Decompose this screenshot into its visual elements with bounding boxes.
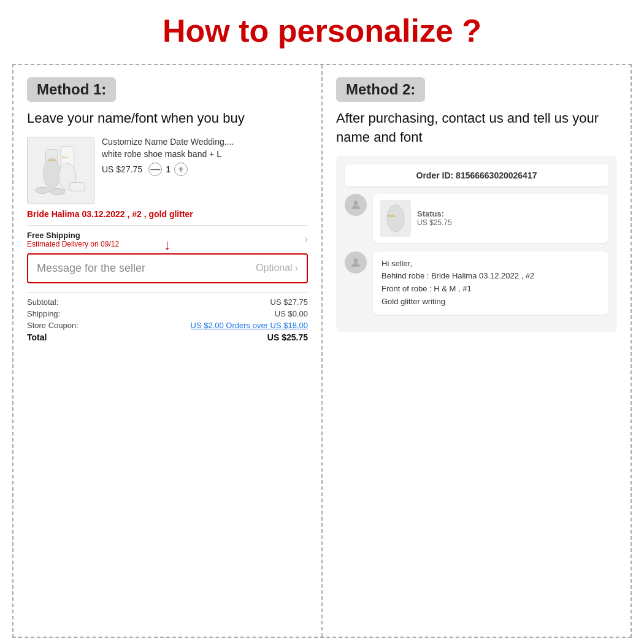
shipping-cost-value: US $0.00 bbox=[275, 309, 308, 318]
product-info: Customize Name Date Wedding.... white ro… bbox=[102, 137, 308, 176]
chat-line1: Behind robe : Bride Halima 03.12.2022 , … bbox=[381, 270, 600, 283]
buyer-chat-message: Hi seller, Behind robe : Bride Halima 03… bbox=[345, 251, 608, 315]
message-for-seller-box[interactable]: Message for the seller Optional › bbox=[27, 253, 308, 283]
order-bubble-inner: Bride Status: US $25.75 bbox=[380, 200, 601, 237]
svg-point-12 bbox=[387, 205, 404, 232]
order-status-label: Status: bbox=[417, 209, 452, 218]
down-arrow-icon: ↓ bbox=[164, 236, 171, 253]
product-card: Name Bride Customize Name Date Wedding..… bbox=[27, 137, 308, 204]
order-summary-message: Bride Status: US $25.75 bbox=[345, 194, 608, 243]
shipping-info: Free Shipping Estimated Delivery on 09/1… bbox=[27, 231, 119, 248]
chat-line3: Gold glitter writing bbox=[381, 296, 600, 309]
buyer-avatar bbox=[345, 251, 367, 274]
seller-avatar bbox=[345, 194, 367, 216]
method1-badge: Method 1: bbox=[27, 77, 116, 102]
order-status-price: US $25.75 bbox=[417, 218, 452, 227]
methods-container: Method 1: Leave your name/font when you … bbox=[12, 64, 632, 638]
chat-line2: Front of robe : H & M , #1 bbox=[381, 283, 600, 296]
order-status-info: Status: US $25.75 bbox=[417, 209, 452, 227]
shipping-cost-label: Shipping: bbox=[27, 309, 60, 318]
product-name: Customize Name Date Wedding.... bbox=[102, 137, 308, 147]
product-price-row: US $27.75 — 1 + bbox=[102, 163, 308, 176]
subtotal-value: US $27.75 bbox=[270, 297, 308, 307]
qty-control: — 1 + bbox=[148, 163, 188, 176]
method2-panel: Method 2: After purchasing, contact us a… bbox=[323, 65, 631, 637]
method1-description: Leave your name/font when you buy bbox=[27, 109, 308, 128]
order-id-bar: Order ID: 81566663020026417 bbox=[345, 164, 608, 186]
order-thumbnail: Bride bbox=[380, 200, 411, 237]
message-arrow-icon: › bbox=[295, 263, 298, 274]
product-price: US $27.75 bbox=[102, 164, 142, 174]
delivery-date: Estimated Delivery on 09/12 bbox=[27, 240, 119, 248]
personalization-note: Bride Halima 03.12.2022 , #2 , gold glit… bbox=[27, 209, 308, 219]
svg-rect-9 bbox=[70, 182, 85, 191]
order-summary: Subtotal: US $27.75 Shipping: US $0.00 S… bbox=[27, 292, 308, 342]
subtotal-label: Subtotal: bbox=[27, 297, 58, 307]
svg-text:Bride: Bride bbox=[62, 156, 68, 159]
total-row: Total US $25.75 bbox=[27, 332, 308, 342]
svg-text:Name: Name bbox=[48, 159, 56, 162]
coupon-value[interactable]: US $2.00 Orders over US $18.00 bbox=[191, 321, 309, 330]
method1-panel: Method 1: Leave your name/font when you … bbox=[13, 65, 323, 637]
svg-point-7 bbox=[36, 187, 50, 193]
message-label: Message for the seller bbox=[37, 262, 145, 275]
svg-point-10 bbox=[354, 201, 358, 205]
coupon-row: Store Coupon: US $2.00 Orders over US $1… bbox=[27, 321, 308, 330]
message-optional: Optional › bbox=[256, 263, 298, 274]
subtotal-row: Subtotal: US $27.75 bbox=[27, 297, 308, 307]
svg-point-3 bbox=[44, 158, 60, 188]
page-wrapper: How to personalize ? Method 1: Leave you… bbox=[0, 0, 644, 644]
qty-value: 1 bbox=[166, 164, 171, 174]
total-value: US $25.75 bbox=[267, 332, 308, 342]
svg-point-14 bbox=[354, 258, 358, 263]
method2-description: After purchasing, contact us and tell us… bbox=[336, 109, 617, 147]
method2-badge: Method 2: bbox=[336, 77, 425, 102]
product-image: Name Bride bbox=[27, 137, 94, 204]
shipping-cost-row: Shipping: US $0.00 bbox=[27, 309, 308, 318]
chat-bubble: Hi seller, Behind robe : Bride Halima 03… bbox=[373, 251, 608, 315]
chat-greeting: Hi seller, bbox=[381, 258, 600, 270]
order-summary-bubble: Bride Status: US $25.75 bbox=[373, 194, 608, 243]
shipping-arrow-icon: › bbox=[305, 234, 308, 245]
message-box-wrapper: ↓ Message for the seller Optional › bbox=[27, 253, 308, 283]
chat-container: Order ID: 81566663020026417 bbox=[336, 156, 617, 332]
coupon-label: Store Coupon: bbox=[27, 321, 79, 330]
shipping-label: Free Shipping bbox=[27, 231, 119, 240]
svg-text:Bride: Bride bbox=[388, 214, 395, 218]
qty-plus-button[interactable]: + bbox=[174, 163, 188, 176]
product-variant: white robe shoe mask band + L bbox=[102, 149, 308, 159]
total-label: Total bbox=[27, 332, 47, 342]
svg-point-8 bbox=[50, 188, 65, 194]
qty-minus-button[interactable]: — bbox=[148, 163, 162, 176]
page-title: How to personalize ? bbox=[163, 12, 481, 49]
